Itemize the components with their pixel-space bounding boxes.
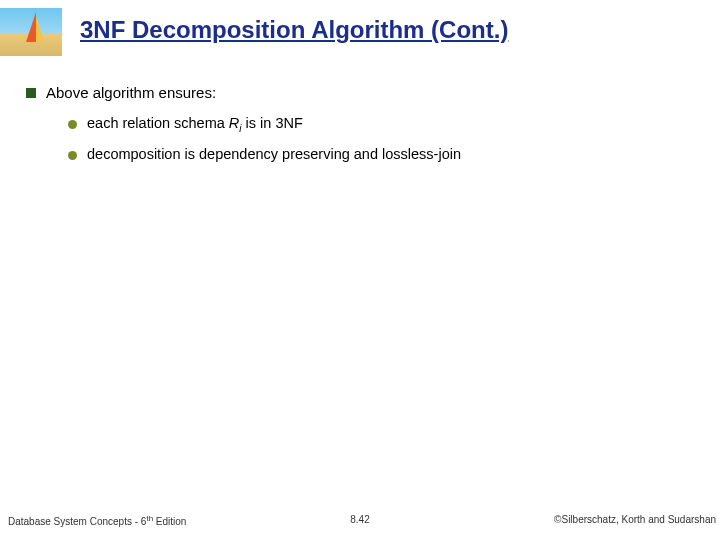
slide: 3NF Decomposition Algorithm (Cont.) Abov… bbox=[0, 0, 720, 540]
disc-bullet-icon bbox=[68, 120, 77, 129]
footer-copyright: ©Silberschatz, Korth and Sudarshan bbox=[554, 514, 716, 525]
square-bullet-icon bbox=[26, 88, 36, 98]
slide-footer: Database System Concepts - 6th Edition 8… bbox=[0, 514, 720, 530]
disc-bullet-icon bbox=[68, 151, 77, 160]
bullet-text: Above algorithm ensures: bbox=[46, 84, 216, 101]
variable-r: R bbox=[229, 115, 239, 131]
footer-page-number: 8.42 bbox=[350, 514, 369, 525]
text-fragment: is in 3NF bbox=[242, 115, 303, 131]
footer-left: Database System Concepts - 6th Edition bbox=[8, 514, 186, 527]
bullet-level1: Above algorithm ensures: bbox=[26, 84, 696, 101]
bullet-text: each relation schema Ri is in 3NF bbox=[87, 115, 303, 134]
sailboat-icon bbox=[26, 12, 36, 42]
slide-body: Above algorithm ensures: each relation s… bbox=[26, 84, 696, 174]
slide-title: 3NF Decomposition Algorithm (Cont.) bbox=[80, 16, 704, 44]
bullet-text: decomposition is dependency preserving a… bbox=[87, 146, 461, 162]
sailboat-icon bbox=[36, 16, 44, 42]
slide-thumbnail bbox=[0, 8, 62, 56]
text-fragment: Database System Concepts - 6 bbox=[8, 516, 146, 527]
text-fragment: each relation schema bbox=[87, 115, 229, 131]
bullet-level2: each relation schema Ri is in 3NF bbox=[68, 115, 696, 134]
text-fragment: decomposition is dependency preserving a… bbox=[87, 146, 461, 162]
text-fragment: Edition bbox=[153, 516, 186, 527]
bullet-level2: decomposition is dependency preserving a… bbox=[68, 146, 696, 162]
